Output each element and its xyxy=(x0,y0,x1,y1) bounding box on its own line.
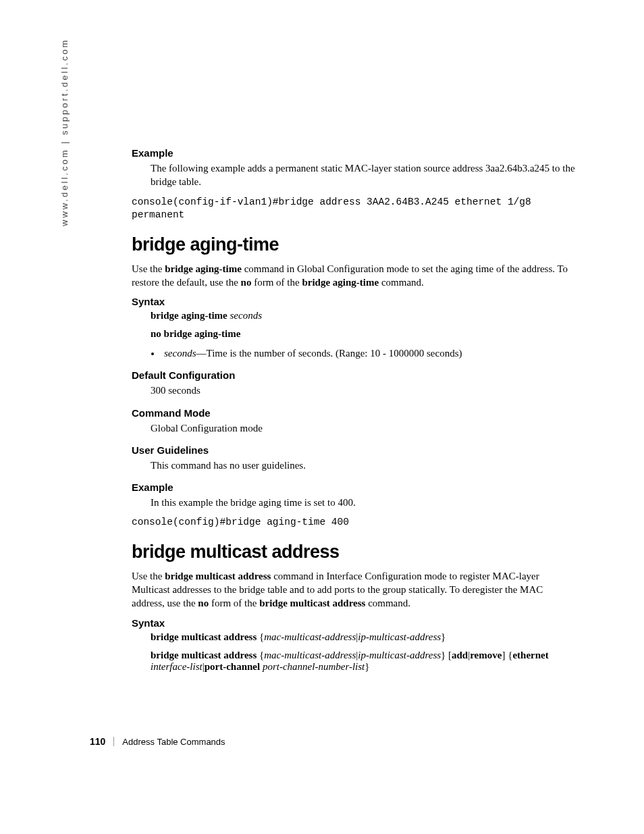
example-code: console(config-if-vlan1)#bridge address … xyxy=(132,196,577,222)
t: bridge multicast address xyxy=(151,650,257,660)
t: [ xyxy=(446,650,452,660)
t: form of the xyxy=(209,598,259,608)
syntax-heading: Syntax xyxy=(132,296,577,307)
page-content: Example The following example adds a per… xyxy=(132,147,577,682)
t: add xyxy=(452,650,468,660)
ug-heading: User Guidelines xyxy=(132,444,577,456)
footer-divider xyxy=(113,737,114,746)
example-text: The following example adds a permanent s… xyxy=(132,161,577,189)
t: seconds xyxy=(230,310,263,321)
t: { xyxy=(257,650,264,660)
t: form of the xyxy=(251,277,302,288)
syntax-bullets: seconds—Time is the number of seconds. (… xyxy=(132,346,577,360)
t: } xyxy=(365,661,369,672)
cmdmode-heading: Command Mode xyxy=(132,407,577,419)
defcfg-heading: Default Configuration xyxy=(132,369,577,381)
cmdmode-text: Global Configuration mode xyxy=(132,421,577,435)
footer-section-title: Address Table Commands xyxy=(122,737,225,747)
t: ip-multicast-address xyxy=(358,650,441,660)
syntax2-line-2: bridge multicast address {mac-multicast-… xyxy=(132,650,577,673)
t: ethernet xyxy=(512,650,548,660)
example-heading: Example xyxy=(132,147,577,159)
t: —Time is the number of seconds. (Range: … xyxy=(196,348,462,359)
t: bridge aging-time xyxy=(165,263,242,274)
t: bridge aging-time xyxy=(302,277,379,288)
t: bridge multicast address xyxy=(165,571,271,581)
t: remove xyxy=(470,650,502,660)
t: ip-multicast-address xyxy=(358,631,441,642)
cmd2-intro: Use the bridge multicast address command… xyxy=(132,569,577,610)
t: interface-list xyxy=(151,661,203,672)
t: ] xyxy=(502,650,508,660)
cmd1-example-section: Example In this example the bridge aging… xyxy=(132,481,577,529)
t: Use the xyxy=(132,571,165,581)
t: command. xyxy=(365,598,410,608)
cmd1-ug-section: User Guidelines This command has no user… xyxy=(132,444,577,472)
t: mac-multicast-address xyxy=(264,650,356,660)
defcfg-text: 300 seconds xyxy=(132,384,577,397)
t: bridge aging-time xyxy=(151,310,227,321)
t: seconds xyxy=(164,348,196,359)
ex-code: console(config)#bridge aging-time 400 xyxy=(132,516,577,529)
t: no xyxy=(241,277,252,288)
cmd-title-bridge-multicast-address: bridge multicast address xyxy=(132,542,577,563)
cmd2-syntax-section: Syntax bridge multicast address {mac-mul… xyxy=(132,617,577,673)
t: Use the xyxy=(132,263,165,274)
t: mac-multicast-address xyxy=(264,631,356,642)
syntax-line-1: bridge aging-time seconds xyxy=(132,310,577,321)
t: } xyxy=(441,631,446,642)
ex-heading: Example xyxy=(132,481,577,493)
cmd1-intro: Use the bridge aging-time command in Glo… xyxy=(132,262,577,290)
t: { xyxy=(257,631,264,642)
cmd1-cmdmode-section: Command Mode Global Configuration mode xyxy=(132,407,577,435)
t: bridge multicast address xyxy=(151,631,257,642)
t: port-channel xyxy=(205,661,261,672)
cmd1-syntax-section: Syntax bridge aging-time seconds no brid… xyxy=(132,296,577,360)
cmd-title-bridge-aging-time: bridge aging-time xyxy=(132,234,577,255)
ex-text: In this example the bridge aging time is… xyxy=(132,496,577,509)
page-footer: 110 Address Table Commands xyxy=(90,736,225,747)
ug-text: This command has no user guidelines. xyxy=(132,459,577,472)
page-number: 110 xyxy=(90,736,105,747)
side-url-text: www.dell.com | support.dell.com xyxy=(59,38,70,226)
syntax-heading: Syntax xyxy=(132,617,577,629)
t: bridge multicast address xyxy=(259,598,365,608)
cmd1-defcfg-section: Default Configuration 300 seconds xyxy=(132,369,577,397)
prev-example-section: Example The following example adds a per… xyxy=(132,147,577,222)
syntax-line-2: no bridge aging-time xyxy=(132,328,577,340)
t: command. xyxy=(379,277,424,288)
t: port-channel-number-list xyxy=(263,661,365,672)
syntax2-line-1: bridge multicast address {mac-multicast-… xyxy=(132,631,577,643)
t: no xyxy=(198,598,209,608)
bullet-item: seconds—Time is the number of seconds. (… xyxy=(161,346,577,360)
